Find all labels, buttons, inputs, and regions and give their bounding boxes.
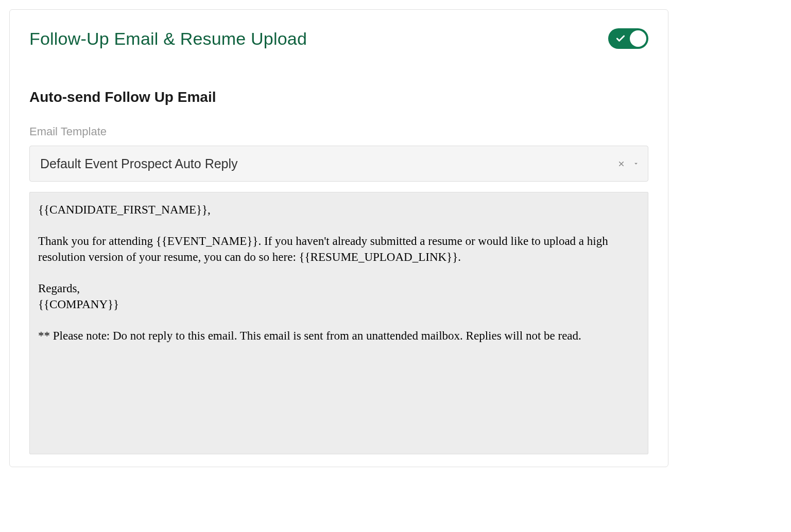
settings-card: Follow-Up Email & Resume Upload Auto-sen…: [9, 9, 668, 467]
clear-icon[interactable]: [617, 160, 625, 168]
card-header: Follow-Up Email & Resume Upload: [29, 28, 648, 49]
section-subtitle: Auto-send Follow Up Email: [29, 89, 648, 105]
preview-body: Thank you for attending {{EVENT_NAME}}. …: [38, 233, 640, 265]
preview-signoff: Regards,: [38, 280, 640, 296]
preview-greeting: {{CANDIDATE_FIRST_NAME}},: [38, 202, 640, 218]
email-template-label: Email Template: [29, 125, 648, 138]
preview-note: ** Please note: Do not reply to this ema…: [38, 328, 640, 344]
checkmark-icon: [615, 33, 626, 44]
card-title: Follow-Up Email & Resume Upload: [29, 29, 307, 49]
email-template-select[interactable]: Default Event Prospect Auto Reply: [29, 146, 648, 182]
select-icons: [617, 160, 640, 168]
email-preview[interactable]: {{CANDIDATE_FIRST_NAME}}, Thank you for …: [29, 192, 648, 454]
toggle-knob: [630, 30, 646, 47]
caret-down-icon[interactable]: [632, 160, 640, 167]
follow-up-toggle[interactable]: [608, 28, 648, 49]
preview-company: {{COMPANY}}: [38, 296, 640, 312]
select-value: Default Event Prospect Auto Reply: [40, 156, 238, 171]
